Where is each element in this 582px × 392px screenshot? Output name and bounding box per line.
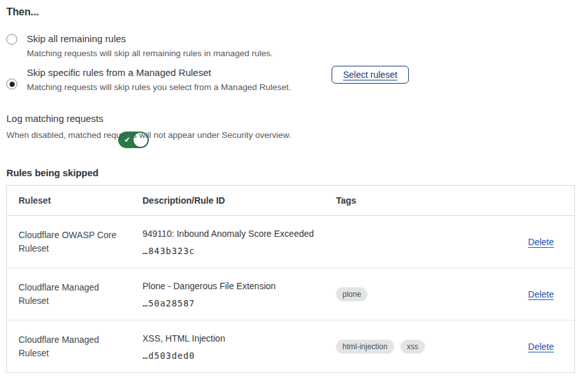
col-header-ruleset: Ruleset — [7, 194, 142, 207]
row-ruleset-name: Cloudflare Managed Ruleset — [7, 333, 142, 360]
log-matching-requests-description: When disabled, matched requests will not… — [6, 130, 291, 141]
rule-tags: plone — [336, 287, 498, 301]
log-matching-requests-label: Log matching requests — [6, 112, 103, 125]
radio-skip-specific-rules[interactable] — [6, 79, 17, 89]
table-row: Cloudflare OWASP Core Ruleset 949110: In… — [7, 215, 574, 268]
row-ruleset-name: Cloudflare Managed Ruleset — [7, 281, 142, 308]
row-rule-info: Plone - Dangerous File Extension …50a285… — [142, 280, 336, 308]
row-rule-info: 949110: Inbound Anomaly Score Exceeded …… — [142, 228, 336, 256]
rule-id: …843b323c — [142, 246, 336, 256]
delete-rule-link[interactable]: Delete — [528, 289, 554, 299]
tag-pill: xss — [401, 340, 425, 354]
tag-pill: html-injection — [336, 340, 394, 354]
delete-rule-link[interactable]: Delete — [528, 342, 554, 352]
table-row: Cloudflare Managed Ruleset Plone - Dange… — [7, 268, 574, 320]
then-heading: Then... — [6, 6, 39, 18]
row-ruleset-name: Cloudflare OWASP Core Ruleset — [7, 229, 142, 255]
rule-id: …50a28587 — [142, 298, 336, 308]
rule-description: Plone - Dangerous File Extension — [142, 280, 336, 292]
col-header-tags: Tags — [336, 195, 498, 206]
col-header-description: Description/Rule ID — [142, 195, 336, 206]
rules-being-skipped-heading: Rules being skipped — [6, 167, 98, 178]
radio-skip-all-rules-label[interactable]: Skip all remaining rules — [27, 33, 126, 45]
managed-rules-skip-panel: Then... Skip all remaining rules Matchin… — [0, 0, 582, 392]
skipped-rules-table: Ruleset Description/Rule ID Tags Cloudfl… — [6, 185, 575, 373]
table-header-row: Ruleset Description/Rule ID Tags — [7, 186, 574, 215]
radio-skip-specific-rules-description: Matching requests will skip rules you se… — [27, 82, 291, 93]
table-row: Cloudflare Managed Ruleset XSS, HTML Inj… — [7, 320, 574, 372]
rule-tags: html-injectionxss — [336, 340, 498, 354]
radio-skip-all-rules-description: Matching requests will skip all remainin… — [27, 48, 273, 59]
rule-description: XSS, HTML Injection — [142, 333, 336, 345]
rule-description: 949110: Inbound Anomaly Score Exceeded — [142, 228, 336, 240]
row-rule-info: XSS, HTML Injection …d503ded0 — [142, 333, 336, 361]
delete-rule-link[interactable]: Delete — [528, 237, 554, 247]
radio-skip-specific-rules-label[interactable]: Skip specific rules from a Managed Rules… — [27, 66, 211, 79]
select-ruleset-button[interactable]: Select ruleset — [332, 66, 409, 84]
rule-id: …d503ded0 — [142, 351, 336, 361]
select-ruleset-button-label: Select ruleset — [343, 70, 397, 80]
radio-skip-all-rules[interactable] — [6, 34, 17, 45]
tag-pill: plone — [336, 287, 367, 301]
